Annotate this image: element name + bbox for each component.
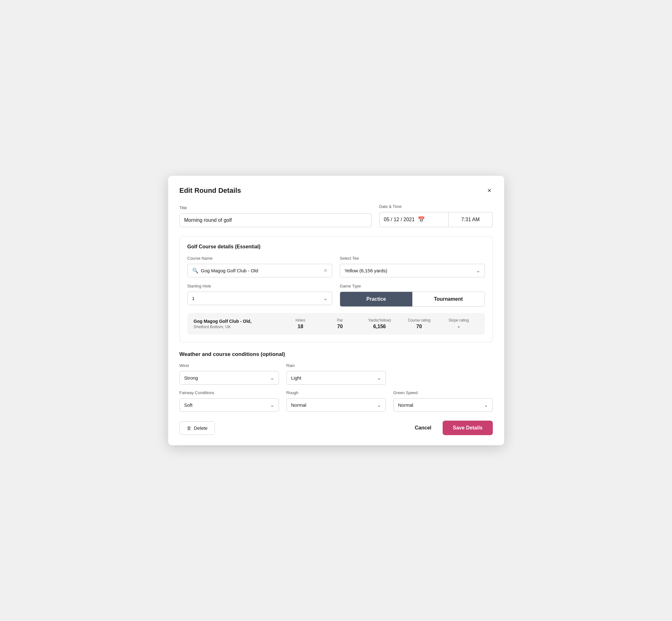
course-rating-stat: Course rating 70 (400, 318, 439, 329)
title-label: Title (179, 205, 372, 210)
green-speed-value: Normal (398, 402, 413, 408)
golf-course-section: Golf Course details (Essential) Course N… (179, 236, 493, 342)
course-info-row: Gog Magog Golf Club - Old, Shelford Bott… (187, 313, 485, 334)
fairway-value: Soft (184, 402, 193, 408)
starting-hole-dropdown[interactable]: 1 ⌄ (187, 292, 333, 305)
select-tee-label: Select Tee (340, 256, 485, 261)
course-rating-label: Course rating (400, 318, 439, 323)
wind-label: Wind (179, 363, 279, 368)
footer-right-actions: Cancel Save Details (410, 421, 493, 435)
course-info-name: Gog Magog Golf Club - Old, (194, 319, 281, 324)
hole-gametype-row: Starting Hole 1 ⌄ Game Type Practice Tou… (187, 284, 485, 307)
rough-label: Rough (287, 390, 386, 395)
rain-value: Light (291, 375, 302, 380)
holes-stat: Holes 18 (281, 318, 320, 329)
footer-row: 🗑 Delete Cancel Save Details (179, 421, 493, 435)
course-name-label: Course Name (187, 256, 333, 261)
rain-dropdown[interactable]: Light ⌄ (287, 371, 386, 385)
calendar-icon: 📅 (418, 216, 425, 223)
date-time-group: 05 / 12 / 2021 📅 7:31 AM (379, 212, 493, 227)
slope-rating-label: Slope rating (439, 318, 478, 323)
wind-rain-row: Wind Strong ⌄ Rain Light ⌄ (179, 363, 493, 385)
chevron-down-icon: ⌄ (476, 267, 480, 274)
save-button[interactable]: Save Details (443, 421, 493, 435)
date-time-field-group: Date & Time 05 / 12 / 2021 📅 7:31 AM (379, 204, 493, 227)
yards-stat: Yards(Yellow) 6,156 (360, 318, 399, 329)
course-tee-row: Course Name 🔍 Gog Magog Golf Club - Old … (187, 256, 485, 277)
game-type-field-group: Game Type Practice Tournament (340, 284, 485, 307)
starting-hole-value: 1 (192, 296, 195, 301)
wind-value: Strong (184, 375, 198, 380)
rough-value: Normal (291, 402, 306, 408)
chevron-down-icon-wind: ⌄ (270, 375, 274, 381)
course-name-search[interactable]: 🔍 Gog Magog Golf Club - Old ✕ (187, 264, 333, 277)
slope-rating-stat: Slope rating - (439, 318, 478, 329)
chevron-down-icon-hole: ⌄ (323, 295, 328, 301)
starting-hole-label: Starting Hole (187, 284, 333, 288)
rain-label: Rain (287, 363, 386, 368)
title-input[interactable] (179, 213, 372, 227)
course-info-name-block: Gog Magog Golf Club - Old, Shelford Bott… (194, 319, 281, 329)
chevron-down-icon-rain: ⌄ (377, 375, 381, 381)
yards-label: Yards(Yellow) (360, 318, 399, 323)
date-input[interactable]: 05 / 12 / 2021 📅 (379, 212, 449, 227)
select-tee-dropdown[interactable]: Yellow (6,156 yards) ⌄ (340, 264, 485, 277)
rough-dropdown[interactable]: Normal ⌄ (287, 398, 386, 412)
par-label: Par (320, 318, 360, 323)
date-value: 05 / 12 / 2021 (384, 217, 415, 222)
practice-button[interactable]: Practice (340, 292, 412, 306)
rough-field-group: Rough Normal ⌄ (287, 390, 386, 412)
chevron-down-icon-rough: ⌄ (377, 402, 381, 408)
fairway-field-group: Fairway Conditions Soft ⌄ (179, 390, 279, 412)
golf-course-section-title: Golf Course details (Essential) (187, 244, 485, 250)
wind-field-group: Wind Strong ⌄ (179, 363, 279, 385)
select-tee-value: Yellow (6,156 yards) (344, 268, 387, 273)
course-info-location: Shelford Bottom, UK (194, 324, 281, 329)
course-name-field-group: Course Name 🔍 Gog Magog Golf Club - Old … (187, 256, 333, 277)
title-field-group: Title (179, 205, 372, 227)
green-speed-field-group: Green Speed Normal ⌄ (393, 390, 493, 412)
course-rating-value: 70 (400, 324, 439, 329)
yards-value: 6,156 (360, 324, 399, 329)
tournament-button[interactable]: Tournament (412, 292, 485, 306)
clear-icon[interactable]: ✕ (323, 267, 328, 274)
green-speed-dropdown[interactable]: Normal ⌄ (393, 398, 493, 412)
slope-rating-value: - (439, 324, 478, 329)
delete-label: Delete (194, 425, 208, 431)
top-row: Title Date & Time 05 / 12 / 2021 📅 7:31 … (179, 204, 493, 227)
time-value: 7:31 AM (461, 217, 480, 222)
par-value: 70 (320, 324, 360, 329)
select-tee-field-group: Select Tee Yellow (6,156 yards) ⌄ (340, 256, 485, 277)
chevron-down-icon-fairway: ⌄ (270, 402, 274, 408)
weather-section-title: Weather and course conditions (optional) (179, 351, 493, 358)
search-icon: 🔍 (192, 267, 199, 274)
weather-section: Weather and course conditions (optional)… (179, 351, 493, 412)
green-speed-label: Green Speed (393, 390, 493, 395)
modal-title: Edit Round Details (179, 187, 241, 195)
fairway-label: Fairway Conditions (179, 390, 279, 395)
starting-hole-field-group: Starting Hole 1 ⌄ (187, 284, 333, 307)
rain-field-group: Rain Light ⌄ (287, 363, 386, 385)
game-type-toggle: Practice Tournament (340, 292, 485, 307)
chevron-down-icon-green: ⌄ (484, 402, 488, 408)
par-stat: Par 70 (320, 318, 360, 329)
fairway-rough-green-row: Fairway Conditions Soft ⌄ Rough Normal ⌄… (179, 390, 493, 412)
trash-icon: 🗑 (187, 425, 192, 431)
delete-button[interactable]: 🗑 Delete (179, 421, 215, 435)
holes-label: Holes (281, 318, 320, 323)
holes-value: 18 (281, 324, 320, 329)
fairway-dropdown[interactable]: Soft ⌄ (179, 398, 279, 412)
date-time-label: Date & Time (379, 204, 493, 209)
game-type-label: Game Type (340, 284, 485, 288)
time-input[interactable]: 7:31 AM (449, 212, 493, 227)
course-name-value: Gog Magog Golf Club - Old (201, 268, 321, 273)
modal-header: Edit Round Details × (179, 186, 493, 195)
wind-dropdown[interactable]: Strong ⌄ (179, 371, 279, 385)
close-button[interactable]: × (486, 186, 493, 195)
edit-round-modal: Edit Round Details × Title Date & Time 0… (168, 176, 504, 445)
cancel-button[interactable]: Cancel (410, 421, 436, 434)
